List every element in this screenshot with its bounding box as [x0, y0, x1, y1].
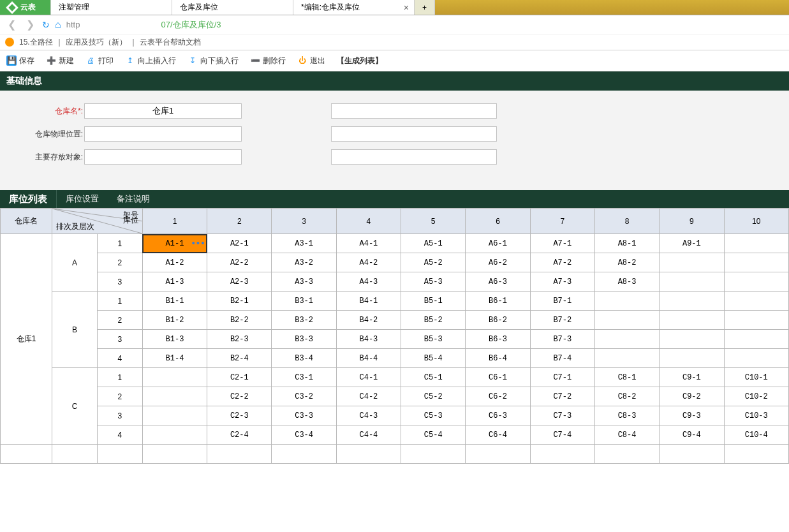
slot-cell[interactable]: B7-1 — [530, 292, 594, 311]
slot-cell[interactable]: C5-3 — [401, 406, 466, 425]
back-icon[interactable]: ❮ — [5, 18, 18, 31]
slot-cell[interactable]: B1-2 — [142, 311, 207, 330]
slot-cell[interactable] — [660, 330, 724, 349]
slot-cell[interactable]: A5-2 — [401, 253, 466, 272]
extra-input-2[interactable] — [331, 126, 497, 142]
slot-cell[interactable]: B7-4 — [530, 349, 594, 368]
slot-cell[interactable]: C7-4 — [530, 425, 594, 445]
forward-icon[interactable]: ❯ — [24, 18, 37, 31]
extra-input-1[interactable] — [331, 103, 497, 119]
slot-cell[interactable]: C4-1 — [336, 368, 401, 387]
slot-cell[interactable]: C6-2 — [466, 387, 530, 406]
slot-cell[interactable]: A9-1 — [660, 234, 724, 253]
slot-cell[interactable] — [724, 311, 788, 330]
save-button[interactable]: 💾保存 — [6, 55, 34, 66]
slot-cell[interactable]: B3-2 — [272, 311, 336, 330]
tab-slot-list[interactable]: 库位列表 — [0, 190, 57, 208]
slot-cell[interactable]: C9-4 — [660, 425, 724, 445]
breadcrumb-item[interactable]: 云表平台帮助文档 — [140, 37, 201, 48]
slot-cell[interactable]: C7-2 — [530, 387, 594, 406]
insert-below-button[interactable]: ↧向下插入行 — [188, 55, 239, 66]
slot-cell[interactable] — [660, 311, 724, 330]
slot-cell[interactable]: C6-1 — [466, 368, 530, 387]
slot-cell[interactable]: C7-1 — [530, 368, 594, 387]
slot-cell[interactable] — [594, 330, 659, 349]
slot-cell[interactable]: C8-1 — [594, 368, 659, 387]
document-tab[interactable]: 仓库及库位 — [172, 0, 293, 15]
new-button[interactable]: ➕新建 — [46, 55, 74, 66]
slot-cell[interactable] — [660, 292, 724, 311]
slot-cell[interactable]: B1-3 — [142, 330, 207, 349]
generate-list-button[interactable]: 【生成列表】 — [337, 55, 383, 66]
slot-cell[interactable]: C10-1 — [724, 368, 788, 387]
slot-cell[interactable] — [594, 292, 659, 311]
slot-cell[interactable]: C5-2 — [401, 387, 466, 406]
slot-cell[interactable]: B2-1 — [207, 292, 272, 311]
slot-cell[interactable]: C8-3 — [594, 406, 659, 425]
slot-cell[interactable]: B5-2 — [401, 311, 466, 330]
delete-row-button[interactable]: ➖删除行 — [250, 55, 286, 66]
refresh-icon[interactable]: ↻ — [42, 20, 50, 30]
extra-input-3[interactable] — [331, 149, 497, 165]
slot-cell[interactable]: A2-2 — [207, 253, 272, 272]
slot-cell[interactable]: B3-4 — [272, 349, 336, 368]
slot-cell[interactable]: A6-3 — [466, 272, 530, 292]
slot-cell[interactable] — [660, 349, 724, 368]
slot-cell[interactable] — [660, 253, 724, 272]
slot-cell[interactable]: C10-4 — [724, 425, 788, 445]
slot-cell[interactable]: A5-1 — [401, 234, 466, 253]
slot-cell[interactable]: B6-4 — [466, 349, 530, 368]
slot-cell[interactable]: C3-3 — [272, 406, 336, 425]
slot-cell[interactable]: C9-3 — [660, 406, 724, 425]
slot-cell[interactable]: C10-3 — [724, 406, 788, 425]
slot-cell[interactable]: C2-2 — [207, 387, 272, 406]
slot-cell[interactable]: A7-1 — [530, 234, 594, 253]
slot-cell[interactable]: A4-3 — [336, 272, 401, 292]
app-tab[interactable]: 云表 — [0, 0, 51, 15]
slot-cell[interactable] — [724, 292, 788, 311]
slot-cell[interactable] — [142, 425, 207, 445]
slot-cell[interactable]: B7-2 — [530, 311, 594, 330]
slot-cell[interactable]: B3-1 — [272, 292, 336, 311]
slot-cell[interactable]: B6-3 — [466, 330, 530, 349]
slot-cell[interactable] — [142, 368, 207, 387]
new-tab-button[interactable]: + — [415, 0, 435, 15]
slot-cell[interactable]: B4-1 — [336, 292, 401, 311]
exit-button[interactable]: ⏻退出 — [297, 55, 325, 66]
slot-cell[interactable]: A2-3 — [207, 272, 272, 292]
slot-cell[interactable] — [724, 272, 788, 292]
slot-cell[interactable]: C6-4 — [466, 425, 530, 445]
slot-cell[interactable]: A1-1••• — [142, 234, 207, 253]
slot-cell[interactable]: B2-3 — [207, 330, 272, 349]
slot-cell[interactable] — [724, 253, 788, 272]
slot-cell[interactable] — [724, 349, 788, 368]
insert-above-button[interactable]: ↥向上插入行 — [125, 55, 176, 66]
slot-cell[interactable]: A7-2 — [530, 253, 594, 272]
slot-cell[interactable]: C4-2 — [336, 387, 401, 406]
slot-cell[interactable] — [724, 234, 788, 253]
slot-cell[interactable]: C9-2 — [660, 387, 724, 406]
slot-cell[interactable]: B5-1 — [401, 292, 466, 311]
slot-cell[interactable]: A3-3 — [272, 272, 336, 292]
tab-remarks[interactable]: 备注说明 — [108, 190, 159, 208]
slot-cell[interactable]: C10-2 — [724, 387, 788, 406]
slot-cell[interactable]: C2-3 — [207, 406, 272, 425]
slot-cell[interactable]: A8-3 — [594, 272, 659, 292]
slot-cell[interactable] — [594, 311, 659, 330]
slot-cell[interactable]: A3-2 — [272, 253, 336, 272]
slot-cell[interactable]: C3-1 — [272, 368, 336, 387]
print-button[interactable]: 🖨打印 — [85, 55, 114, 66]
close-icon[interactable]: × — [404, 3, 409, 13]
slot-cell[interactable]: B2-4 — [207, 349, 272, 368]
slot-cell[interactable]: B1-4 — [142, 349, 207, 368]
slot-cell[interactable]: C5-1 — [401, 368, 466, 387]
slot-cell[interactable]: A1-3 — [142, 272, 207, 292]
slot-cell[interactable]: A4-2 — [336, 253, 401, 272]
slot-cell[interactable]: A2-1 — [207, 234, 272, 253]
slot-cell[interactable]: B2-2 — [207, 311, 272, 330]
slot-cell[interactable]: C2-1 — [207, 368, 272, 387]
slot-cell[interactable]: B4-4 — [336, 349, 401, 368]
slot-cell[interactable]: B4-3 — [336, 330, 401, 349]
slot-cell[interactable]: B5-4 — [401, 349, 466, 368]
slot-cell[interactable]: B1-1 — [142, 292, 207, 311]
